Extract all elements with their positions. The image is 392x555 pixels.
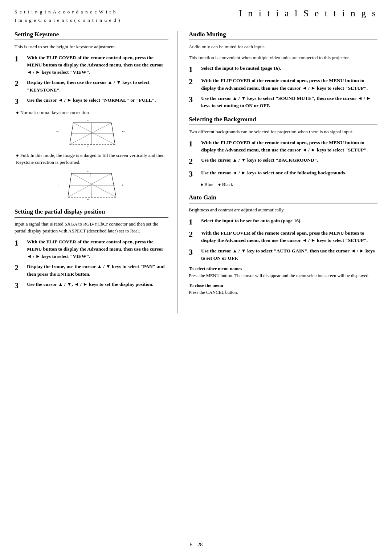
- autogain-step-1: 1 Select the input to be set for auto ga…: [189, 217, 377, 227]
- sub-note-2-text: Press the CANCEL button.: [189, 289, 377, 296]
- setting-keystone-title: Setting Keystone: [15, 31, 168, 40]
- diagram-full: → ← ← ←: [15, 169, 168, 202]
- bullet-blue: ● Blue: [200, 182, 213, 187]
- sub-note-2: To close the menu Press the CANCEL butto…: [189, 283, 377, 296]
- bullet-normal: Normal: normal keystone correction: [16, 109, 168, 116]
- step-text: Display the frame, then use the cursor ▲…: [27, 79, 168, 94]
- svg-text:→: →: [55, 182, 60, 187]
- audio-muting-section: Audio Muting Audio only can be muted for…: [189, 31, 377, 109]
- step-text: With the FLIP COVER of the remote contro…: [27, 238, 168, 260]
- auto-gain-title: Auto Gain: [189, 194, 377, 203]
- partial-step-1: 1 With the FLIP COVER of the remote cont…: [15, 238, 168, 260]
- step-text: Use the cursor ▲ / ▼ keys to select "SOU…: [201, 95, 377, 110]
- step-text: Use the cursor ◄ / ► keys to select one …: [201, 169, 377, 177]
- partial-step-2: 2 Display the frame, use the cursor ▲ / …: [15, 263, 168, 278]
- step-text: Use the cursor ▲ / ▼, ◄ / ► keys to set …: [27, 281, 168, 288]
- step-number: 1: [15, 238, 25, 248]
- svg-text:←: ←: [121, 129, 126, 134]
- sub-note-1-title: To select other menu names: [189, 266, 377, 272]
- audio-step-3: 3 Use the cursor ▲ / ▼ keys to select "S…: [189, 95, 377, 110]
- svg-text:←: ←: [86, 119, 90, 123]
- step-number: 3: [15, 281, 25, 290]
- bullet-full: Full: In this mode, the image is enlarge…: [16, 152, 168, 166]
- step-text: Select the input to be muted (page 16).: [201, 65, 377, 72]
- step-number: 1: [189, 139, 199, 149]
- step-number: 1: [15, 54, 25, 64]
- step-text: Select the input to be set for auto gain…: [201, 217, 377, 224]
- svg-text:→: →: [55, 129, 60, 134]
- header-right: I n i t i a l S e t t i n g s: [239, 8, 377, 19]
- setting-partial-title: Setting the partial display position: [15, 208, 168, 218]
- selecting-background-section: Selecting the Background Two different b…: [189, 116, 377, 187]
- setting-partial-section: Setting the partial display position Inp…: [15, 208, 168, 291]
- svg-text:←: ←: [86, 169, 90, 173]
- auto-gain-intro: Brightness and contrast are adjusted aut…: [189, 206, 377, 214]
- svg-text:←: ←: [121, 182, 126, 187]
- svg-text:←: ←: [86, 197, 90, 202]
- step-text: With the FLIP COVER of the remote contro…: [27, 54, 168, 76]
- page-footer: E – 28: [0, 542, 392, 548]
- setting-keystone-section: Setting Keystone This is used to set the…: [15, 31, 168, 202]
- audio-muting-title: Audio Muting: [189, 31, 377, 40]
- step-text: Use the cursor ▲ / ▼ key to select "AUTO…: [201, 247, 377, 262]
- audio-step-2: 2 With the FLIP COVER of the remote cont…: [189, 77, 377, 92]
- sub-note-1: To select other menu names Press the MEN…: [189, 266, 377, 279]
- step-text: Use the cursor ◄ / ► keys to select "NOR…: [27, 97, 168, 104]
- step-number: 2: [189, 157, 199, 166]
- step-text: With the FLIP COVER of the remote contro…: [201, 230, 377, 244]
- step-number: 2: [189, 230, 199, 239]
- selecting-background-intro: Two different backgrounds can be selecte…: [189, 128, 377, 135]
- setting-keystone-intro: This is used to set the height for keyst…: [15, 43, 168, 50]
- autogain-step-3: 3 Use the cursor ▲ / ▼ key to select "AU…: [189, 247, 377, 262]
- step-number: 3: [189, 95, 199, 104]
- step-number: 3: [15, 97, 25, 106]
- keystone-step-2: 2 Display the frame, then use the cursor…: [15, 79, 168, 94]
- step-number: 1: [189, 217, 199, 227]
- step-text: Use the cursor ▲ / ▼ keys to select "BAC…: [201, 157, 377, 164]
- audio-muting-intro1: Audio only can be muted for each input.: [189, 43, 377, 50]
- header-left: S e t t i n g i n A c c o r d a n c e W …: [15, 8, 121, 25]
- background-bullets: ● Blue ● Black: [200, 182, 377, 187]
- step-number: 1: [189, 65, 199, 74]
- bullet-black: ● Black: [218, 182, 233, 187]
- page-number: E – 28: [189, 542, 203, 547]
- background-step-1: 1 With the FLIP COVER of the remote cont…: [189, 139, 377, 154]
- background-step-3: 3 Use the cursor ◄ / ► keys to select on…: [189, 169, 377, 179]
- background-step-2: 2 Use the cursor ▲ / ▼ keys to select "B…: [189, 157, 377, 166]
- audio-muting-intro2: This function is convenient when multipl…: [189, 54, 377, 61]
- partial-step-3: 3 Use the cursor ▲ / ▼, ◄ / ► keys to se…: [15, 281, 168, 290]
- step-text: Display the frame, use the cursor ▲ / ▼ …: [27, 263, 168, 278]
- step-number: 2: [15, 263, 25, 272]
- step-text: With the FLIP COVER of the remote contro…: [201, 77, 377, 92]
- step-number: 3: [189, 247, 199, 257]
- keystone-step-3: 3 Use the cursor ◄ / ► keys to select "N…: [15, 97, 168, 106]
- audio-step-1: 1 Select the input to be muted (page 16)…: [189, 65, 377, 74]
- sub-note-1-text: Press the MENU button. The cursor will d…: [189, 272, 377, 279]
- auto-gain-section: Auto Gain Brightness and contrast are ad…: [189, 194, 377, 296]
- step-number: 2: [189, 77, 199, 86]
- step-number: 2: [15, 79, 25, 88]
- sub-note-2-title: To close the menu: [189, 283, 377, 288]
- selecting-background-title: Selecting the Background: [189, 116, 377, 125]
- page: S e t t i n g i n A c c o r d a n c e W …: [0, 0, 392, 555]
- step-text: With the FLIP COVER of the remote contro…: [201, 139, 377, 154]
- keystone-step-1: 1 With the FLIP COVER of the remote cont…: [15, 54, 168, 76]
- step-number: 3: [189, 169, 199, 179]
- diagram-normal: → ← ← ←: [15, 119, 168, 148]
- setting-partial-intro: Input a signal that is rated SXGA to RGB…: [15, 220, 168, 235]
- autogain-step-2: 2 With the FLIP COVER of the remote cont…: [189, 230, 377, 244]
